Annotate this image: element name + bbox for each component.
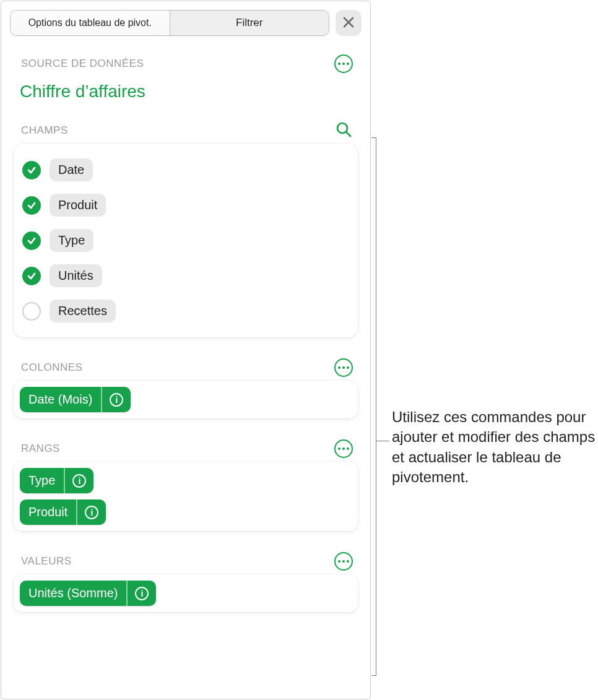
- section-label-columns: COLONNES: [21, 361, 82, 374]
- section-label-fields: CHAMPS: [21, 124, 68, 137]
- token-info-button[interactable]: i: [126, 581, 156, 606]
- more-icon: [338, 63, 340, 65]
- field-check-unites[interactable]: [22, 267, 41, 285]
- tab-bar: Options du tableau de pivot. Filtrer: [10, 10, 329, 36]
- field-row-recettes: Recettes: [22, 293, 349, 329]
- field-check-produit[interactable]: [22, 196, 41, 215]
- values-more-button[interactable]: [334, 552, 353, 571]
- token-info-button[interactable]: i: [101, 387, 131, 412]
- field-row-date: Date: [22, 152, 349, 188]
- values-dropzone[interactable]: Unités (Somme) i: [14, 574, 358, 612]
- tab-pivot-options[interactable]: Options du tableau de pivot.: [11, 11, 170, 35]
- more-icon: [347, 63, 349, 65]
- info-icon: i: [72, 474, 86, 488]
- field-chip-produit[interactable]: Produit: [50, 194, 106, 217]
- field-chip-unites[interactable]: Unités: [50, 264, 102, 287]
- more-icon: [342, 63, 345, 65]
- field-check-recettes[interactable]: [22, 302, 41, 321]
- section-header-values: VALEURS: [14, 552, 358, 571]
- token-label: Produit: [20, 499, 76, 525]
- panel-header: Options du tableau de pivot. Filtrer: [1, 1, 370, 41]
- field-chip-date[interactable]: Date: [50, 158, 93, 181]
- section-header-columns: COLONNES: [14, 358, 358, 377]
- source-more-button[interactable]: [334, 54, 353, 73]
- callout-region: Utilisez ces commandes pour ajouter et m…: [371, 0, 598, 700]
- data-source-name[interactable]: Chiffre d’affaires: [14, 77, 358, 110]
- columns-more-button[interactable]: [334, 358, 353, 377]
- more-icon: [347, 366, 349, 369]
- callout-text: Utilisez ces commandes pour ajouter et m…: [392, 407, 596, 488]
- search-icon: [335, 121, 352, 140]
- check-icon: [27, 165, 37, 175]
- field-chip-recettes[interactable]: Recettes: [50, 300, 116, 322]
- tab-filter[interactable]: Filtrer: [170, 11, 329, 35]
- field-check-date[interactable]: [22, 161, 41, 179]
- more-icon: [347, 447, 349, 450]
- section-label-values: VALEURS: [21, 555, 72, 568]
- panel-content: SOURCE DE DONNÉES Chiffre d’affaires CHA…: [1, 41, 370, 699]
- row-token-produit[interactable]: Produit i: [20, 499, 106, 525]
- info-icon: i: [135, 587, 149, 600]
- close-button[interactable]: [336, 10, 362, 36]
- token-label: Date (Mois): [20, 387, 101, 412]
- token-label: Type: [20, 468, 64, 493]
- svg-line-1: [346, 132, 350, 136]
- field-chip-type[interactable]: Type: [50, 229, 93, 252]
- callout-bracket: [376, 137, 391, 676]
- field-check-type[interactable]: [22, 231, 41, 250]
- fields-search-button[interactable]: [334, 121, 353, 140]
- info-icon: i: [85, 506, 98, 519]
- more-icon: [342, 447, 345, 450]
- section-header-source: SOURCE DE DONNÉES: [14, 54, 358, 73]
- field-row-type: Type: [22, 223, 349, 258]
- pivot-options-panel: Options du tableau de pivot. Filtrer SOU…: [1, 1, 371, 699]
- section-label-rows: RANGS: [21, 443, 60, 455]
- column-token-date-mois[interactable]: Date (Mois) i: [20, 387, 131, 412]
- section-header-fields: CHAMPS: [14, 121, 358, 140]
- more-icon: [347, 560, 349, 563]
- close-icon: [342, 14, 355, 33]
- value-token-unites-somme[interactable]: Unités (Somme) i: [20, 581, 156, 606]
- more-icon: [338, 560, 340, 563]
- rows-more-button[interactable]: [334, 439, 353, 458]
- rows-dropzone[interactable]: Type i Produit i: [14, 462, 358, 531]
- section-header-rows: RANGS: [14, 439, 358, 458]
- token-label: Unités (Somme): [20, 581, 126, 606]
- field-row-unites: Unités: [22, 258, 349, 293]
- more-icon: [338, 366, 340, 369]
- section-label-source: SOURCE DE DONNÉES: [21, 58, 144, 70]
- field-row-produit: Produit: [22, 188, 349, 223]
- check-icon: [27, 201, 37, 210]
- check-icon: [27, 271, 37, 281]
- token-info-button[interactable]: i: [64, 468, 93, 493]
- token-info-button[interactable]: i: [76, 499, 106, 525]
- more-icon: [342, 366, 345, 369]
- more-icon: [338, 447, 340, 450]
- columns-dropzone[interactable]: Date (Mois) i: [14, 381, 358, 418]
- info-icon: i: [110, 393, 123, 407]
- check-icon: [27, 236, 37, 246]
- more-icon: [342, 560, 345, 563]
- row-token-type[interactable]: Type i: [20, 468, 93, 493]
- fields-list: Date Produit Type Unités: [14, 144, 358, 337]
